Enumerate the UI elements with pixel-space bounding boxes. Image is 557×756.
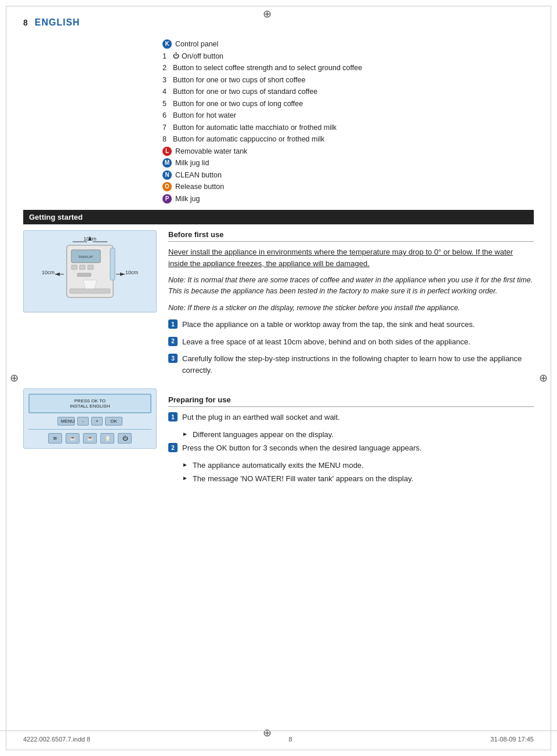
note-text-1: Note: It is normal that there are some t… — [168, 275, 534, 297]
bullet-arrow-3: ► — [182, 475, 188, 481]
before-first-use-header: Before first use — [168, 230, 534, 242]
release-button-label: Release button — [175, 182, 224, 192]
steam-icon-button: ≋ — [48, 433, 62, 444]
getting-started-bar: Getting started — [23, 210, 534, 224]
control-panel-header: K Control panel — [162, 39, 534, 50]
right-column: K Control panel 1 ⏻ On/off button 2 Butt… — [157, 39, 534, 210]
prep-step-1: 1 Put the plug in an earthed wall socket… — [168, 412, 534, 423]
svg-marker-6 — [55, 272, 60, 276]
power-icon-button: ⏻ — [118, 433, 132, 444]
svg-rect-15 — [88, 265, 93, 270]
svg-text:10cm: 10cm — [125, 270, 138, 275]
cup-icon-button: ☕ — [66, 433, 79, 444]
machine-diagram-box: 10cm 10cm 10cm — [23, 230, 157, 312]
badge-o: O — [162, 182, 172, 191]
control-item-O: O Release button — [162, 182, 534, 192]
control-panel-label: Control panel — [175, 39, 218, 50]
control-item-8: 8 Button for automatic cappuccino or fro… — [162, 135, 534, 145]
control-item-M: M Milk jug lid — [162, 158, 534, 169]
svg-marker-9 — [120, 272, 125, 276]
svg-text:10cm: 10cm — [42, 270, 55, 275]
control-item-N: N CLEAN button — [162, 170, 534, 181]
bullet-arrow-1: ► — [182, 431, 188, 437]
preparing-section: Preparing for use 1 Put the plug in an e… — [168, 388, 534, 487]
crosshair-left: ⊕ — [8, 372, 20, 384]
crosshair-top: ⊕ — [261, 8, 273, 20]
footer-right: 31-08-09 17:45 — [490, 736, 534, 743]
footer-left: 4222.002.6507.7.indd 8 — [23, 736, 91, 743]
badge-n: N — [162, 170, 172, 180]
menu-button: MENU — [57, 417, 75, 426]
svg-rect-14 — [79, 265, 85, 270]
crosshair-right: ⊕ — [537, 372, 549, 384]
control-item-1: 1 ⏻ On/off button — [162, 52, 534, 62]
page-language: ENGLISH — [35, 17, 80, 28]
control-item-6: 6 Button for hot water — [162, 111, 534, 121]
footer-page-number: 8 — [288, 736, 292, 743]
control-item-7: 7 Button for automatic latte macchiato o… — [162, 123, 534, 133]
badge-m: M — [162, 158, 172, 168]
control-item-2: 2 Button to select coffee strength and t… — [162, 63, 534, 74]
display-screen: PRESS OK TO INSTALL ENGLISH — [28, 394, 151, 413]
bullet-2: ► The appliance automatically exits the … — [182, 460, 534, 471]
diagram-area: 10cm 10cm 10cm — [23, 230, 157, 381]
cup2-icon-button: ☕ — [83, 433, 97, 444]
preparing-header: Preparing for use — [168, 395, 534, 407]
badge-k: K — [162, 39, 172, 49]
bullet-3: ► The message 'NO WATER! Fill water tank… — [182, 473, 534, 485]
control-item-L: L Removable water tank — [162, 147, 534, 157]
machine-diagram-svg: 10cm 10cm 10cm — [38, 234, 142, 309]
control-item-P: P Milk jug — [162, 194, 534, 205]
bullet-1: ► Different languages appear on the disp… — [182, 429, 534, 441]
badge-l: L — [162, 147, 172, 156]
left-column — [23, 39, 157, 210]
page-header: 8 ENGLISH — [23, 17, 534, 28]
power-icon: ⏻ — [173, 52, 179, 60]
page-footer: 4222.002.6507.7.indd 8 8 31-08-09 17:45 — [0, 730, 557, 747]
icon-buttons-row: ≋ ☕ ☕ 🥛 ⏻ — [28, 433, 151, 444]
display-buttons-row: MENU - + OK — [28, 417, 151, 426]
plus-button: + — [91, 417, 103, 426]
control-item-4: 4 Button for one or two cups of standard… — [162, 87, 534, 97]
control-panel-list: K Control panel 1 ⏻ On/off button 2 Butt… — [162, 39, 534, 204]
before-first-use-section: Before first use Never install the appli… — [168, 230, 534, 381]
svg-rect-18 — [110, 248, 115, 280]
control-item-3: 3 Button for one or two cups of short co… — [162, 75, 534, 86]
display-diagram-area: PRESS OK TO INSTALL ENGLISH MENU - + OK … — [23, 388, 157, 487]
step-1: 1 Place the appliance on a table or work… — [168, 319, 534, 330]
bullet-arrow-2: ► — [182, 461, 188, 468]
note-text-2: Note: If there is a sticker on the displ… — [168, 303, 534, 314]
prep-step-2: 2 Press the OK button for 3 seconds when… — [168, 442, 534, 454]
page-number: 8 — [23, 18, 28, 27]
step-2: 2 Leave a free space of at least 10cm ab… — [168, 336, 534, 348]
badge-p: P — [162, 194, 172, 203]
milk-icon-button: 🥛 — [100, 433, 114, 444]
display-box: PRESS OK TO INSTALL ENGLISH MENU - + OK … — [23, 388, 157, 449]
svg-rect-16 — [77, 273, 91, 277]
step-3: 3 Carefully follow the step-by-step inst… — [168, 353, 534, 376]
ok-button: OK — [105, 417, 122, 426]
minus-button: - — [77, 417, 89, 426]
svg-text:DISPLAY: DISPLAY — [79, 255, 93, 259]
svg-rect-13 — [71, 265, 77, 270]
warning-text: Never install the appliance in environme… — [168, 246, 534, 269]
control-item-5: 5 Button for one or two cups of long cof… — [162, 99, 534, 110]
svg-rect-17 — [70, 289, 110, 293]
